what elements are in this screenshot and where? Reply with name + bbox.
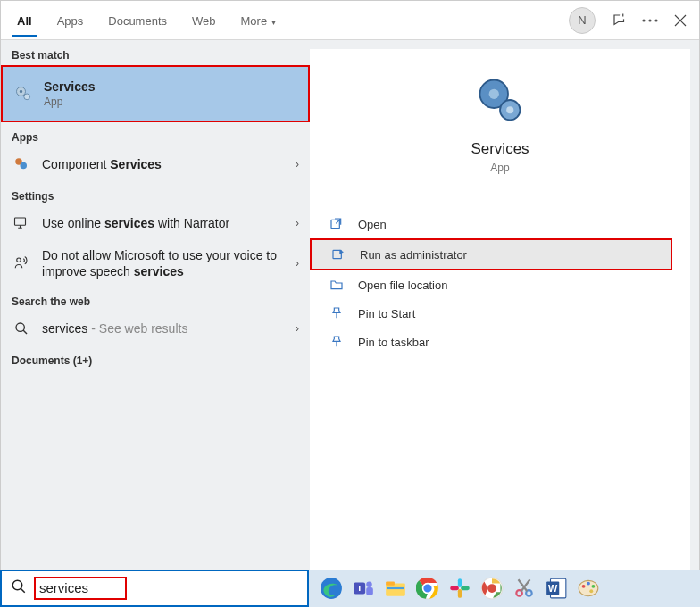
more-icon[interactable] bbox=[635, 5, 665, 36]
detail-title: Services bbox=[471, 140, 529, 158]
search-bar-area: T W bbox=[0, 570, 700, 607]
action-label: Open bbox=[358, 218, 387, 231]
search-box[interactable] bbox=[0, 570, 309, 607]
svg-rect-25 bbox=[386, 581, 395, 585]
section-documents: Documents (1+) bbox=[1, 345, 310, 378]
svg-point-43 bbox=[582, 585, 586, 588]
svg-rect-23 bbox=[366, 587, 373, 595]
svg-point-46 bbox=[589, 589, 593, 593]
open-icon bbox=[328, 217, 346, 231]
chevron-right-icon: › bbox=[296, 322, 299, 335]
taskbar-snip-icon[interactable] bbox=[511, 575, 538, 602]
action-label: Pin to Start bbox=[358, 307, 415, 320]
detail-subtitle: App bbox=[490, 162, 509, 174]
svg-point-44 bbox=[587, 582, 590, 586]
svg-point-2 bbox=[648, 19, 651, 21]
tab-apps[interactable]: Apps bbox=[45, 4, 96, 37]
result-component-services[interactable]: Component Services › bbox=[1, 147, 310, 181]
taskbar-word-icon[interactable]: W bbox=[543, 575, 570, 602]
svg-point-1 bbox=[642, 19, 645, 21]
svg-rect-34 bbox=[450, 586, 459, 590]
svg-rect-32 bbox=[461, 586, 470, 590]
action-label: Pin to taskbar bbox=[358, 336, 429, 349]
taskbar-edge-icon[interactable] bbox=[318, 575, 345, 602]
action-label: Open file location bbox=[358, 279, 447, 292]
svg-rect-9 bbox=[15, 218, 26, 225]
chevron-right-icon: › bbox=[296, 158, 299, 170]
chevron-down-icon: ▾ bbox=[269, 17, 276, 27]
section-apps: Apps bbox=[1, 122, 310, 147]
folder-icon bbox=[328, 278, 346, 292]
result-web-search[interactable]: services - See web results › bbox=[1, 312, 310, 345]
result-title: Services bbox=[44, 79, 297, 94]
svg-rect-33 bbox=[458, 589, 462, 598]
taskbar-chrome-canary-icon[interactable] bbox=[479, 575, 505, 602]
results-panel: Best match Services App Apps Component S… bbox=[1, 40, 310, 606]
section-settings: Settings bbox=[1, 181, 310, 206]
speech-icon bbox=[12, 254, 31, 273]
svg-point-8 bbox=[21, 162, 28, 170]
svg-point-36 bbox=[488, 584, 496, 593]
user-avatar[interactable]: N bbox=[569, 7, 596, 34]
taskbar-paint-icon[interactable] bbox=[575, 575, 602, 602]
detail-panel: Services App Open Run as administrator O… bbox=[310, 49, 690, 597]
feedback-icon[interactable] bbox=[604, 5, 635, 36]
action-pin-to-start[interactable]: Pin to Start bbox=[310, 299, 690, 328]
pin-icon bbox=[328, 306, 346, 320]
result-speech-setting[interactable]: Do not allow Microsoft to use your voice… bbox=[1, 240, 310, 287]
tab-all[interactable]: All bbox=[4, 4, 45, 37]
search-window: All Apps Documents Web More ▾ N Best mat… bbox=[0, 0, 700, 607]
tab-web[interactable]: Web bbox=[179, 4, 229, 37]
action-open[interactable]: Open bbox=[310, 210, 690, 238]
result-subtitle: App bbox=[44, 96, 297, 108]
result-best-match-services[interactable]: Services App bbox=[1, 65, 310, 122]
admin-icon bbox=[329, 247, 347, 262]
pin-icon bbox=[328, 335, 346, 349]
result-label: Component Services bbox=[42, 157, 296, 171]
search-icon bbox=[12, 319, 31, 338]
close-icon[interactable] bbox=[665, 5, 696, 36]
svg-point-11 bbox=[16, 323, 24, 331]
svg-point-22 bbox=[366, 581, 372, 587]
content-area: Best match Services App Apps Component S… bbox=[1, 40, 699, 606]
result-label: Do not allow Microsoft to use your voice… bbox=[42, 247, 296, 279]
search-input[interactable] bbox=[39, 580, 102, 595]
taskbar: T W bbox=[309, 570, 700, 607]
chevron-right-icon: › bbox=[296, 217, 299, 229]
action-open-file-location[interactable]: Open file location bbox=[310, 270, 690, 299]
svg-point-15 bbox=[506, 106, 513, 113]
taskbar-chrome-icon[interactable] bbox=[414, 575, 441, 602]
svg-rect-31 bbox=[458, 578, 462, 587]
chevron-right-icon: › bbox=[296, 257, 299, 270]
section-best-match: Best match bbox=[1, 40, 310, 65]
svg-point-18 bbox=[12, 580, 22, 590]
svg-point-10 bbox=[17, 258, 21, 262]
search-icon bbox=[11, 578, 27, 598]
svg-text:T: T bbox=[357, 583, 362, 593]
result-label: services - See web results bbox=[42, 321, 296, 336]
tab-more[interactable]: More ▾ bbox=[229, 4, 288, 37]
action-list: Open Run as administrator Open file loca… bbox=[310, 210, 690, 356]
svg-point-13 bbox=[489, 89, 499, 99]
app-icon-large bbox=[476, 76, 524, 124]
taskbar-teams-icon[interactable]: T bbox=[350, 575, 377, 602]
svg-point-3 bbox=[654, 19, 657, 21]
component-icon bbox=[12, 154, 31, 174]
result-narrator-setting[interactable]: Use online services with Narrator › bbox=[1, 206, 310, 240]
action-run-as-administrator[interactable]: Run as administrator bbox=[310, 238, 672, 270]
gear-icon bbox=[13, 84, 33, 104]
action-pin-to-taskbar[interactable]: Pin to taskbar bbox=[310, 328, 690, 356]
section-search-web: Search the web bbox=[1, 287, 310, 312]
svg-text:W: W bbox=[548, 583, 558, 594]
svg-rect-26 bbox=[387, 587, 404, 589]
filter-tabs: All Apps Documents Web More ▾ N bbox=[1, 1, 699, 40]
tab-documents[interactable]: Documents bbox=[96, 4, 179, 37]
svg-point-5 bbox=[20, 90, 22, 93]
svg-point-45 bbox=[591, 585, 595, 588]
svg-point-6 bbox=[24, 94, 30, 100]
taskbar-explorer-icon[interactable] bbox=[382, 575, 409, 602]
taskbar-slack-icon[interactable] bbox=[446, 575, 473, 602]
action-label: Run as administrator bbox=[360, 248, 467, 262]
monitor-icon bbox=[12, 213, 31, 233]
result-label: Use online services with Narrator bbox=[42, 216, 296, 230]
